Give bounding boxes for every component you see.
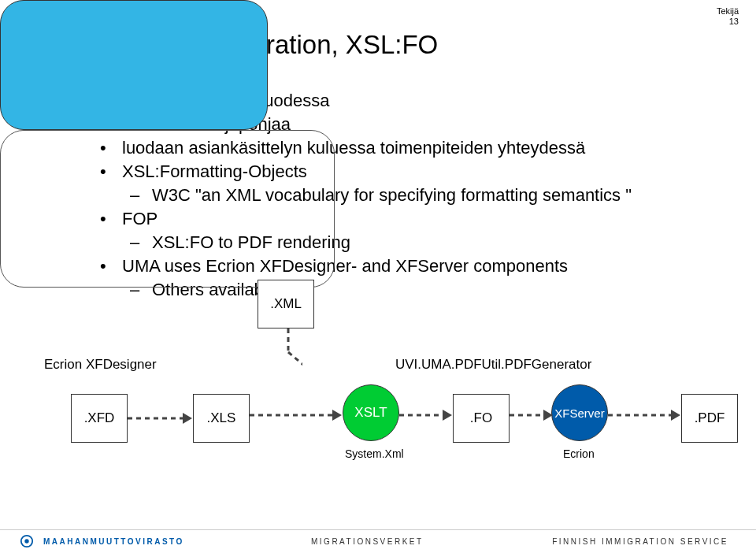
footer-mid: MIGRATIONSVERKET <box>311 537 424 546</box>
designer-label: Ecrion XFDesigner <box>44 357 157 373</box>
arrow-xfserver-pdf <box>608 402 683 429</box>
footer-right: FINNISH IMMIGRATION SERVICE <box>552 537 728 546</box>
arrow-xfd-xls <box>128 405 195 432</box>
svg-point-14 <box>24 539 28 543</box>
xfd-box: .XFD <box>71 394 128 443</box>
svg-line-1 <box>288 352 302 388</box>
xfserver-circle: XFServer <box>551 384 608 441</box>
pdf-box: .PDF <box>681 394 738 443</box>
flow-diagram: .XML Ecrion XFDesigner UVI.UMA.PDFUtil.P… <box>0 0 756 553</box>
xls-box: .XLS <box>193 394 250 443</box>
xml-box: .XML <box>258 280 314 328</box>
footer-left: MAAHANMUUTTOVIRASTO <box>43 537 184 546</box>
svg-marker-12 <box>671 410 680 421</box>
arrow-xml-to-xslt <box>279 328 302 388</box>
svg-marker-8 <box>443 410 452 421</box>
fo-box: .FO <box>453 394 510 443</box>
systemxml-label: System.Xml <box>345 447 404 460</box>
footer: MAAHANMUUTTOVIRASTO MIGRATIONSVERKET FIN… <box>0 529 756 553</box>
generator-container <box>0 130 335 288</box>
svg-marker-6 <box>332 410 342 421</box>
svg-marker-4 <box>183 413 192 424</box>
xslt-circle: XSLT <box>343 384 399 441</box>
arrow-xslt-fo <box>399 402 454 429</box>
generator-label: UVI.UMA.PDFUtil.PDFGenerator <box>395 357 591 373</box>
arrow-xls-xslt <box>250 402 344 429</box>
arrow-fo-xfserver <box>510 402 555 429</box>
logo-icon <box>20 534 34 548</box>
designer-container <box>0 0 268 130</box>
ecrion-label: Ecrion <box>563 447 595 460</box>
